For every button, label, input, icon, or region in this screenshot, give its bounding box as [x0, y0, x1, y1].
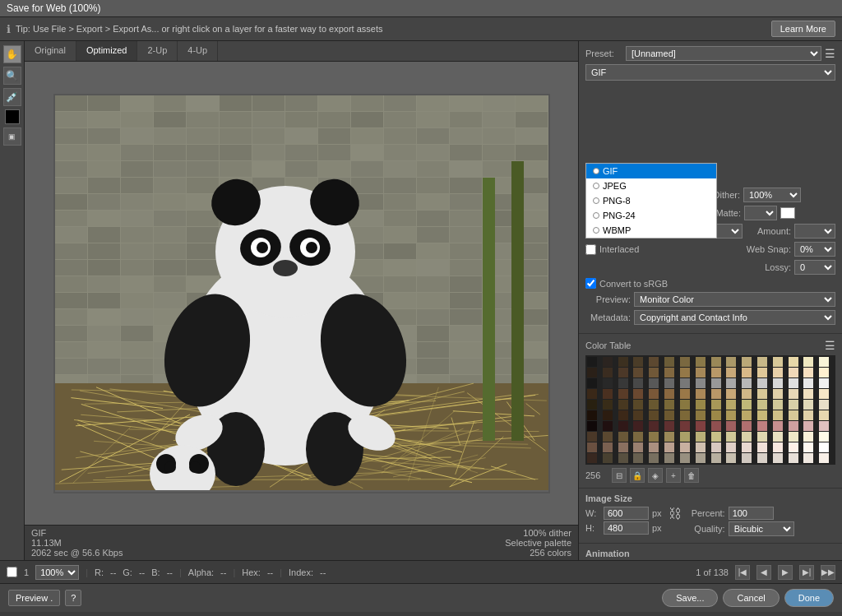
- color-cell[interactable]: [649, 389, 659, 399]
- preset-select[interactable]: [Unnamed]: [626, 46, 821, 61]
- color-cell[interactable]: [742, 378, 752, 388]
- color-table-menu[interactable]: ☰: [825, 339, 835, 352]
- color-cell[interactable]: [664, 368, 674, 377]
- tab-4up[interactable]: 4-Up: [178, 41, 218, 61]
- color-cell[interactable]: [618, 432, 628, 442]
- color-cell[interactable]: [726, 400, 736, 410]
- color-cell[interactable]: [773, 421, 783, 431]
- color-cell[interactable]: [680, 400, 690, 410]
- color-cell[interactable]: [789, 400, 798, 410]
- width-input[interactable]: [604, 507, 649, 520]
- websnap-select[interactable]: 0%: [794, 242, 835, 257]
- color-cell[interactable]: [819, 368, 829, 377]
- color-cell[interactable]: [803, 357, 813, 367]
- tab-optimized[interactable]: Optimized: [76, 41, 138, 61]
- color-cell[interactable]: [711, 432, 721, 442]
- frame-play-btn[interactable]: ▶: [778, 565, 793, 580]
- color-cell[interactable]: [711, 453, 721, 463]
- color-cell[interactable]: [603, 378, 613, 388]
- color-cell[interactable]: [803, 410, 813, 420]
- color-cell[interactable]: [726, 368, 736, 377]
- color-cell[interactable]: [587, 368, 597, 377]
- dither-select[interactable]: 100%75%: [743, 188, 801, 202]
- color-cell[interactable]: [618, 410, 628, 420]
- color-cell[interactable]: [789, 432, 798, 442]
- color-cell[interactable]: [696, 389, 706, 399]
- color-cell[interactable]: [789, 453, 798, 463]
- color-cell[interactable]: [618, 442, 628, 452]
- color-cell[interactable]: [711, 400, 721, 410]
- frame-prev-btn[interactable]: ◀: [756, 565, 771, 580]
- color-cell[interactable]: [649, 357, 659, 367]
- color-cell[interactable]: [603, 421, 613, 431]
- preview-color-select[interactable]: Monitor Color: [634, 292, 835, 307]
- color-cell[interactable]: [803, 432, 813, 442]
- color-cell[interactable]: [696, 442, 706, 452]
- zoom-tool[interactable]: 🔍: [3, 67, 21, 85]
- format-dropdown[interactable]: GIF JPEG PNG-8 PNG-24: [585, 163, 717, 239]
- color-cell[interactable]: [773, 389, 783, 399]
- color-cell[interactable]: [773, 432, 783, 442]
- interlaced-checkbox[interactable]: [585, 244, 596, 255]
- color-cell[interactable]: [711, 442, 721, 452]
- save-button[interactable]: Save...: [662, 589, 718, 607]
- color-cell[interactable]: [618, 389, 628, 399]
- color-cell[interactable]: [789, 421, 798, 431]
- color-cell[interactable]: [803, 421, 813, 431]
- link-icon[interactable]: ⛓: [669, 507, 682, 521]
- color-cell[interactable]: [633, 410, 643, 420]
- color-cell[interactable]: [587, 410, 597, 420]
- color-cell[interactable]: [587, 357, 597, 367]
- color-cell[interactable]: [696, 368, 706, 377]
- color-cell[interactable]: [711, 368, 721, 377]
- srgb-checkbox[interactable]: [585, 278, 596, 289]
- frame-next-btn[interactable]: ▶|: [799, 565, 814, 580]
- color-cell[interactable]: [742, 357, 752, 367]
- color-cell[interactable]: [649, 400, 659, 410]
- color-cell[interactable]: [696, 410, 706, 420]
- tab-original[interactable]: Original: [25, 41, 76, 61]
- color-cell[interactable]: [819, 432, 829, 442]
- color-cell[interactable]: [587, 442, 597, 452]
- percent-input[interactable]: [729, 507, 774, 520]
- height-input[interactable]: [604, 521, 649, 535]
- color-cell[interactable]: [680, 432, 690, 442]
- color-cell[interactable]: [742, 442, 752, 452]
- color-cell[interactable]: [633, 378, 643, 388]
- color-cell[interactable]: [649, 453, 659, 463]
- color-cell[interactable]: [633, 357, 643, 367]
- color-cell[interactable]: [633, 421, 643, 431]
- color-cell[interactable]: [649, 410, 659, 420]
- color-cell[interactable]: [633, 389, 643, 399]
- color-cell[interactable]: [711, 421, 721, 431]
- color-cell[interactable]: [649, 421, 659, 431]
- color-cell[interactable]: [618, 400, 628, 410]
- color-cell[interactable]: [587, 389, 597, 399]
- preset-menu-button[interactable]: ☰: [825, 47, 835, 60]
- color-cell[interactable]: [711, 389, 721, 399]
- color-cell[interactable]: [711, 410, 721, 420]
- color-cell[interactable]: [773, 400, 783, 410]
- color-cell[interactable]: [819, 400, 829, 410]
- color-cell[interactable]: [587, 400, 597, 410]
- color-cell[interactable]: [819, 378, 829, 388]
- color-cell[interactable]: [603, 368, 613, 377]
- color-cell[interactable]: [680, 378, 690, 388]
- color-cell[interactable]: [696, 432, 706, 442]
- color-cell[interactable]: [618, 368, 628, 377]
- color-cell[interactable]: [664, 389, 674, 399]
- color-cell[interactable]: [649, 368, 659, 377]
- color-cell[interactable]: [664, 400, 674, 410]
- color-cell[interactable]: [664, 453, 674, 463]
- color-cell[interactable]: [726, 453, 736, 463]
- help-button[interactable]: ?: [65, 590, 81, 606]
- cancel-button[interactable]: Cancel: [723, 589, 779, 607]
- color-cell[interactable]: [819, 442, 829, 452]
- learn-more-button[interactable]: Learn More: [771, 21, 835, 37]
- color-cell[interactable]: [742, 432, 752, 442]
- color-cell[interactable]: [664, 432, 674, 442]
- color-cell[interactable]: [819, 410, 829, 420]
- color-cell[interactable]: [618, 453, 628, 463]
- color-cell[interactable]: [633, 442, 643, 452]
- color-cell[interactable]: [664, 410, 674, 420]
